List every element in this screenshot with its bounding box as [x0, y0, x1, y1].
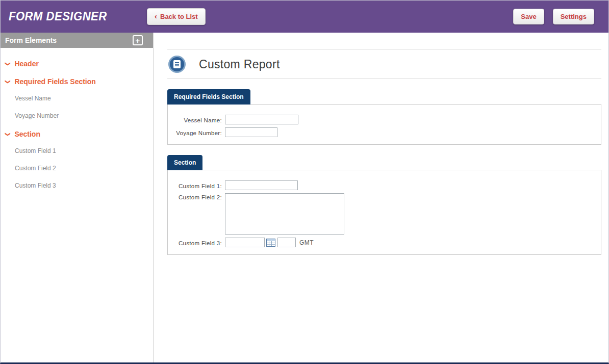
- custom-field-1-input[interactable]: [225, 180, 298, 190]
- app-window: FORM DESIGNER ‹ Back to List Save Settin…: [0, 0, 609, 364]
- back-to-list-button[interactable]: ‹ Back to List: [147, 8, 206, 25]
- custom-field-2-label: Custom Field 2:: [173, 193, 222, 200]
- field-row-vessel-name: Vessel Name:: [173, 115, 596, 124]
- required-fields-box: Vessel Name: Voyage Number:: [167, 104, 601, 145]
- gmt-label: GMT: [299, 239, 314, 246]
- tree-group-required-fields: ❯ Required Fields Section Vessel Name Vo…: [1, 73, 153, 124]
- tree-group-label: Header: [14, 60, 38, 68]
- voyage-number-label: Voyage Number:: [173, 129, 222, 136]
- tree-item-custom-field-1[interactable]: Custom Field 1: [1, 142, 153, 160]
- tree-item-section[interactable]: ❯ Section: [1, 126, 153, 142]
- tree-group-label: Section: [14, 130, 40, 138]
- tree-item-voyage-number[interactable]: Voyage Number: [1, 107, 153, 124]
- vessel-name-input[interactable]: [225, 115, 298, 124]
- form-preview-area: Custom Report Required Fields Section Ve…: [154, 33, 608, 362]
- tree-item-header[interactable]: ❯ Header: [1, 56, 153, 72]
- page-title: Custom Report: [199, 58, 280, 71]
- calendar-icon[interactable]: [266, 239, 275, 247]
- chevron-left-icon: ‹: [155, 12, 157, 20]
- section-custom: Section Custom Field 1: Custom Field 2: …: [167, 155, 601, 255]
- chevron-down-icon: ❯: [5, 62, 11, 66]
- settings-button[interactable]: Settings: [553, 9, 594, 24]
- chevron-down-icon: ❯: [5, 132, 11, 136]
- report-document-icon: [168, 56, 186, 73]
- custom-section-box: Custom Field 1: Custom Field 2: Custom F…: [167, 170, 601, 255]
- tree-group-header: ❯ Header: [1, 56, 153, 72]
- custom-field-2-textarea[interactable]: [225, 193, 344, 235]
- form-elements-sidebar: Form Elements + ❯ Header ❯ Required Fiel…: [1, 33, 154, 362]
- tab-section[interactable]: Section: [167, 155, 202, 170]
- field-row-custom-field-1: Custom Field 1:: [173, 180, 596, 190]
- tree-item-required-fields-section[interactable]: ❯ Required Fields Section: [1, 73, 153, 90]
- voyage-number-input[interactable]: [225, 127, 277, 137]
- add-element-button[interactable]: +: [133, 35, 143, 45]
- tree-group-label: Required Fields Section: [14, 77, 95, 86]
- top-bar-actions: Save Settings: [513, 9, 608, 24]
- chevron-down-icon: ❯: [5, 80, 11, 84]
- tree-item-vessel-name[interactable]: Vessel Name: [1, 90, 153, 107]
- vessel-name-label: Vessel Name:: [173, 116, 222, 123]
- back-to-list-label: Back to List: [160, 13, 198, 20]
- field-row-custom-field-2: Custom Field 2:: [173, 193, 596, 235]
- save-button[interactable]: Save: [513, 9, 544, 24]
- logo-area: FORM DESIGNER: [1, 10, 147, 23]
- sidebar-title: Form Elements: [5, 36, 57, 44]
- tree-item-custom-field-3[interactable]: Custom Field 3: [1, 177, 153, 194]
- section-required-fields: Required Fields Section Vessel Name: Voy…: [167, 89, 601, 145]
- tab-required-fields-section[interactable]: Required Fields Section: [167, 89, 250, 105]
- tree-item-custom-field-2[interactable]: Custom Field 2: [1, 160, 153, 177]
- custom-field-3-date-input[interactable]: [225, 238, 265, 247]
- custom-field-1-label: Custom Field 1:: [173, 182, 222, 189]
- app-logo: FORM DESIGNER: [9, 10, 141, 23]
- top-bar: FORM DESIGNER ‹ Back to List Save Settin…: [1, 1, 608, 33]
- custom-field-3-time-input[interactable]: [277, 238, 296, 247]
- document-icon: [173, 60, 181, 69]
- element-tree: ❯ Header ❯ Required Fields Section Vesse…: [1, 48, 153, 194]
- custom-field-3-label: Custom Field 3:: [173, 239, 222, 246]
- tree-group-section: ❯ Section Custom Field 1 Custom Field 2 …: [1, 126, 153, 194]
- field-row-voyage-number: Voyage Number:: [173, 127, 596, 137]
- report-title-block: Custom Report: [167, 49, 601, 79]
- field-row-custom-field-3: Custom Field 3:: [173, 238, 596, 247]
- sidebar-header: Form Elements +: [1, 33, 153, 48]
